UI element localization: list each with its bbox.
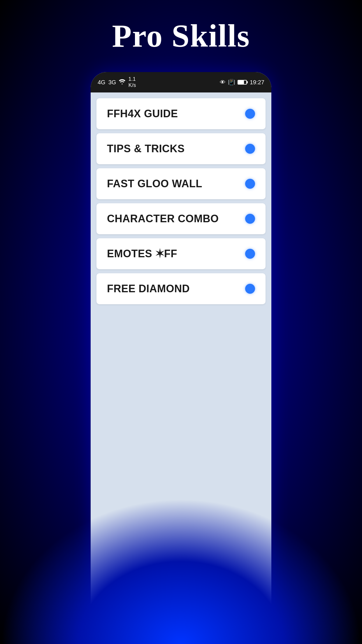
battery-icon bbox=[238, 80, 247, 85]
menu-item-tips[interactable]: TIPS & TRICKS bbox=[96, 133, 266, 164]
privacy-label: Privacy bbox=[230, 629, 253, 638]
blue-dot-gloo bbox=[245, 179, 255, 189]
empty-space bbox=[96, 308, 266, 606]
phone-frame: 4G 3G 1.1K/s 👁 📳 19:27 FFH4X GUIDE TIPS … bbox=[91, 72, 271, 644]
signal-4g: 4G bbox=[98, 79, 106, 86]
status-bar: 4G 3G 1.1K/s 👁 📳 19:27 bbox=[91, 72, 271, 92]
app-title: Pro Skills bbox=[112, 18, 250, 55]
nav-collection[interactable]: Collection bbox=[151, 612, 211, 638]
clock: 19:27 bbox=[250, 79, 264, 86]
blue-dot-diamond bbox=[245, 284, 255, 294]
menu-item-diamond[interactable]: FREE DIAMOND bbox=[96, 273, 266, 304]
menu-list: FFH4X GUIDE TIPS & TRICKS FAST GLOO WALL… bbox=[91, 92, 271, 606]
blue-dot-ffh4x bbox=[245, 109, 255, 119]
blue-dot-combo bbox=[245, 214, 255, 224]
blue-dot-emotes bbox=[245, 249, 255, 259]
blue-dot-tips bbox=[245, 144, 255, 154]
nav-privacy[interactable]: Privacy bbox=[211, 612, 271, 638]
lock-icon bbox=[234, 612, 249, 627]
svg-point-7 bbox=[240, 621, 242, 623]
speed-indicator: 1.1K/s bbox=[128, 76, 136, 88]
sliders-icon bbox=[113, 612, 128, 627]
nav-sensi-tool[interactable]: Sensi tool bbox=[91, 612, 151, 638]
status-left: 4G 3G 1.1K/s bbox=[98, 76, 136, 88]
menu-item-gloo[interactable]: FAST GLOO WALL bbox=[96, 168, 266, 199]
bottom-nav: Sensi tool Collection Privacy bbox=[91, 606, 271, 644]
menu-item-combo[interactable]: CHARACTER COMBO bbox=[96, 203, 266, 234]
signal-3g: 3G bbox=[108, 79, 116, 86]
collection-label: Collection bbox=[166, 629, 196, 638]
sensi-label: Sensi tool bbox=[106, 629, 136, 638]
svg-point-3 bbox=[116, 615, 119, 617]
vibrate-icon: 📳 bbox=[228, 79, 235, 86]
eye-icon: 👁 bbox=[220, 79, 226, 86]
menu-item-ffh4x[interactable]: FFH4X GUIDE bbox=[96, 98, 266, 129]
menu-item-emotes[interactable]: EMOTES ✶FF bbox=[96, 238, 266, 269]
status-right: 👁 📳 19:27 bbox=[220, 79, 264, 86]
svg-point-4 bbox=[120, 618, 123, 621]
box-icon bbox=[173, 612, 189, 627]
wifi-icon bbox=[119, 79, 125, 86]
svg-point-5 bbox=[117, 622, 120, 624]
